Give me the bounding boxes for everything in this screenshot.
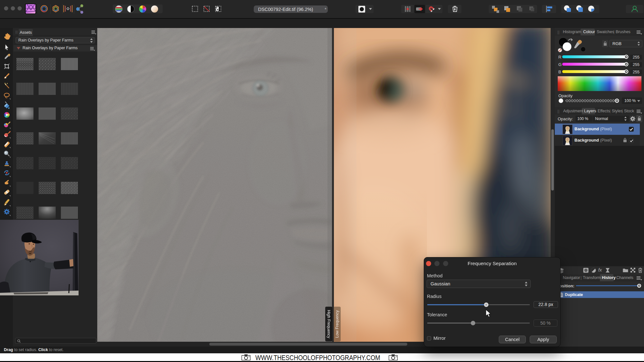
- svg-text:R: R: [558, 55, 561, 60]
- svg-text:B: B: [558, 70, 561, 74]
- svg-text:G: G: [558, 62, 562, 67]
- svg-text:*: *: [325, 6, 327, 12]
- svg-text:DSC00792-Edit.tif (96.2%): DSC00792-Edit.tif (96.2%): [258, 7, 313, 12]
